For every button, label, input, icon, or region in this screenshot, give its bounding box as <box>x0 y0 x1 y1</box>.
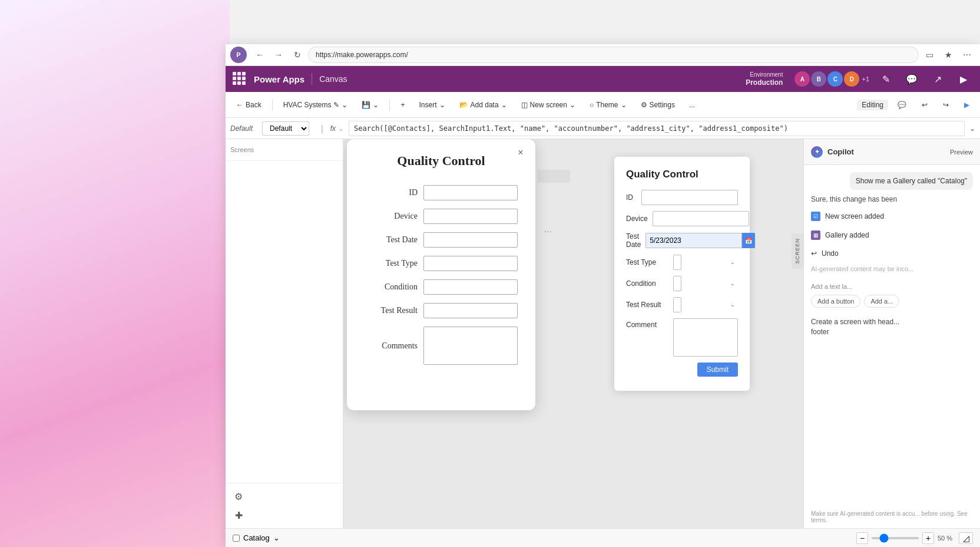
qc-date-input[interactable] <box>645 233 742 248</box>
comment-toolbar-btn[interactable]: 💬 <box>892 95 912 114</box>
undo-toolbar-btn[interactable]: ↩ <box>916 95 933 114</box>
qc-label-comment: Comment <box>626 318 668 329</box>
copilot-logo: ✦ <box>811 146 823 158</box>
add-data-caret: ⌄ <box>501 101 507 109</box>
overlay-field-row-testresult: Test Result <box>365 303 518 318</box>
catalog-item[interactable]: Catalog ⌄ <box>233 533 280 542</box>
qc-label-id: ID <box>626 193 637 202</box>
refresh-button[interactable]: ↻ <box>289 47 306 63</box>
overlay-close-button[interactable]: × <box>514 146 527 159</box>
overlay-label-comments: Comments <box>365 341 418 351</box>
toolbar-right: Editing 💬 ↩ ↪ ▶ <box>857 95 975 114</box>
browser-navbar: P ← → ↻ ▭ ★ ⋯ <box>226 44 980 66</box>
browser-profile-icon[interactable]: P <box>230 47 247 63</box>
insert-caret: ⌄ <box>439 101 445 109</box>
suggestion-add-more[interactable]: Add a... <box>864 295 899 308</box>
insert-btn[interactable]: Insert ⌄ <box>413 95 451 114</box>
forward-button[interactable]: → <box>270 47 287 63</box>
copilot-user-bubble: Show me a Gallery called "Catalog" <box>850 172 973 190</box>
user-avatar-1[interactable]: A <box>794 71 810 87</box>
suggestion-add-button[interactable]: Add a button <box>811 295 860 308</box>
overlay-input-testresult[interactable] <box>423 303 518 318</box>
new-screen-btn[interactable]: ◫ New screen ⌄ <box>515 95 581 114</box>
overlay-textarea-comments[interactable] <box>423 327 518 365</box>
user-avatar-3[interactable]: C <box>827 71 843 87</box>
back-button[interactable]: ← <box>251 47 268 63</box>
catalog-checkbox[interactable] <box>233 535 240 542</box>
settings-btn[interactable]: ⚙ Settings <box>635 95 681 114</box>
default-dropdown-label: Default <box>230 124 253 133</box>
panel-more-icon[interactable]: ✚ <box>230 507 247 523</box>
pen-icon[interactable]: ✎ <box>876 70 895 88</box>
qc-date-picker-btn[interactable]: 📅 <box>742 233 755 248</box>
save-btn[interactable]: 💾 ⌄ <box>356 95 385 114</box>
overlay-input-device[interactable] <box>423 209 518 224</box>
comment-icon[interactable]: 💬 <box>902 70 921 88</box>
qc-condition-select[interactable] <box>673 276 681 291</box>
qc-card-row-testtype: Test Type ⌄ <box>626 255 738 270</box>
play-toolbar-btn[interactable]: ▶ <box>958 95 975 114</box>
qc-input-device[interactable] <box>653 211 749 226</box>
overlay-field-row-testdate: Test Date <box>365 232 518 248</box>
address-bar[interactable] <box>308 47 919 63</box>
left-panel: Screens ⚙ ✚ <box>226 139 343 528</box>
zoom-slider[interactable] <box>872 537 919 539</box>
app-title-btn[interactable]: HVAC Systems ✎ ⌄ <box>277 95 354 114</box>
topbar-divider <box>312 73 312 85</box>
panel-settings-icon[interactable]: ⚙ <box>230 488 247 505</box>
default-dropdown[interactable]: Default <box>262 121 309 136</box>
more-icon[interactable]: ⋯ <box>959 47 975 63</box>
create-screen-item: Create a screen with head... footer <box>811 317 973 337</box>
qc-textarea-comment[interactable] <box>673 318 738 357</box>
new-screen-caret: ⌄ <box>570 101 575 109</box>
user-avatar-4[interactable]: D <box>844 71 859 87</box>
user-avatar-2[interactable]: B <box>811 71 826 87</box>
zoom-control: − + 50 % ◿ <box>856 532 973 544</box>
powerapp-topbar: Power Apps Canvas Environment Production… <box>226 66 980 92</box>
background-gradient <box>0 0 230 547</box>
theme-btn[interactable]: ○ Theme ⌄ <box>584 95 633 114</box>
qc-testtype-wrap: ⌄ <box>673 255 738 270</box>
app-launcher-icon[interactable] <box>233 72 247 86</box>
formula-expand-btn[interactable]: ⌄ <box>969 124 975 133</box>
overlay-input-condition[interactable] <box>423 279 518 295</box>
add-data-btn[interactable]: 📂 Add data ⌄ <box>453 95 513 114</box>
screen-icon: ◫ <box>521 101 528 109</box>
copilot-undo-item[interactable]: ↩ Undo <box>811 247 973 260</box>
qc-testresult-select[interactable] <box>673 297 681 312</box>
new-screen-label: New screen <box>530 101 567 109</box>
share-icon[interactable]: ↗ <box>928 70 947 88</box>
more-tools-btn[interactable]: ... <box>683 95 701 114</box>
theme-icon: ○ <box>590 101 594 109</box>
qc-card-row-comment: Comment <box>626 318 738 357</box>
database-icon: 📂 <box>459 101 468 109</box>
qc-condition-arrow: ⌄ <box>730 281 735 286</box>
qc-testtype-select[interactable] <box>673 255 681 270</box>
overlay-field-row-id: ID <box>365 185 518 200</box>
zoom-in-btn[interactable]: + <box>922 532 934 544</box>
gallery-item-icon: ▦ <box>811 230 820 240</box>
insert-label: Insert <box>419 101 437 109</box>
play-icon[interactable]: ▶ <box>954 70 973 88</box>
copilot-preview-btn[interactable]: Preview <box>950 149 973 156</box>
add-btn[interactable]: + <box>395 95 410 114</box>
overlay-input-testdate[interactable] <box>423 232 518 248</box>
extensions-icon[interactable]: ▭ <box>921 47 938 63</box>
back-nav-button[interactable]: ← Back <box>230 95 267 114</box>
overlay-field-row-comments: Comments <box>365 327 518 365</box>
overlay-input-id[interactable] <box>423 185 518 200</box>
theme-caret: ⌄ <box>621 101 627 109</box>
overlay-field-row-device: Device <box>365 209 518 224</box>
favorites-icon[interactable]: ★ <box>940 47 956 63</box>
overlay-input-testtype[interactable] <box>423 256 518 271</box>
create-sub: footer <box>811 327 973 337</box>
zoom-out-btn[interactable]: − <box>856 532 868 544</box>
qc-label-device: Device <box>626 215 648 223</box>
formula-input[interactable] <box>349 121 965 136</box>
redo-toolbar-btn[interactable]: ↪ <box>937 95 955 114</box>
screen-tab[interactable]: SCREEN <box>792 233 803 269</box>
qc-input-id[interactable] <box>641 190 738 205</box>
qc-card-row-id: ID <box>626 190 738 205</box>
qc-submit-button[interactable]: Submit <box>697 363 738 377</box>
fit-screen-btn[interactable]: ◿ <box>959 532 973 544</box>
